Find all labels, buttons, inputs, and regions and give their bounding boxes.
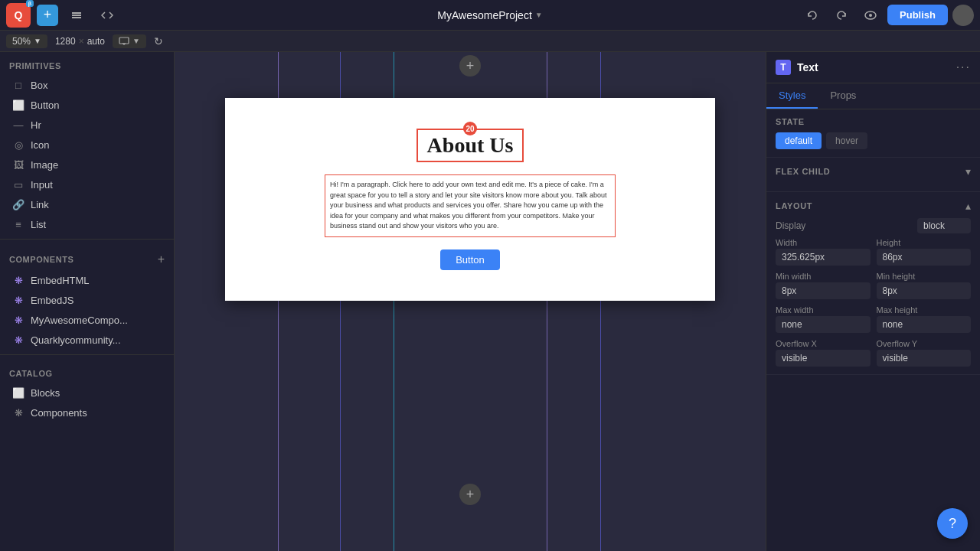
width-value[interactable]: 325.625px (776, 249, 871, 266)
display-value[interactable]: block (917, 218, 971, 233)
overflow-x-value[interactable]: visible (776, 350, 871, 367)
layers-button[interactable] (64, 3, 89, 28)
overflow-x-group: Overflow X visible (776, 339, 871, 367)
size-grid: Width 325.625px Height 86px (776, 238, 971, 266)
sidebar-item-label-image: Image (31, 159, 58, 171)
max-height-value[interactable]: none (877, 316, 972, 333)
add-element-button[interactable]: + (37, 5, 58, 26)
layout-toggle[interactable]: ▴ (965, 200, 971, 212)
topbar-toolbar: Publish (800, 3, 974, 28)
sidebar-item-blocks[interactable]: ⬜ Blocks (3, 383, 171, 403)
project-name-text: MyAwesomeProject (437, 9, 531, 21)
overflow-y-group: Overflow Y visible (877, 339, 972, 367)
min-height-group: Min height 8px (877, 272, 972, 299)
sidebar-item-label-hr: Hr (31, 119, 41, 131)
flex-child-toggle[interactable]: ▾ (965, 165, 971, 178)
button-icon: ⬜ (12, 99, 24, 111)
overflow-grid: Overflow X visible Overflow Y visible (776, 339, 971, 367)
refresh-button[interactable]: ↻ (154, 35, 163, 47)
max-width-label: Max width (776, 305, 871, 315)
list-icon: ≡ (12, 218, 24, 230)
svg-point-4 (869, 14, 872, 17)
state-default-button[interactable]: default (776, 132, 822, 149)
logo-text: Q (15, 9, 23, 21)
min-height-value[interactable]: 8px (877, 282, 972, 299)
heading-wrapper: About Us 20 (416, 129, 524, 162)
project-name[interactable]: MyAwesomeProject ▼ (437, 9, 542, 21)
overflow-y-value[interactable]: visible (877, 350, 972, 367)
add-section-bottom-button[interactable]: + (459, 484, 481, 505)
zoom-selector[interactable]: 50% ▼ (6, 34, 47, 48)
max-width-value[interactable]: none (776, 316, 871, 333)
topbar-center: MyAwesomeProject ▼ (437, 9, 542, 21)
tab-styles[interactable]: Styles (766, 83, 818, 109)
height-label: Height (877, 238, 972, 247)
sidebar-item-myawesomecomponent[interactable]: ❋ MyAwesomeCompo... (3, 310, 171, 330)
sidebar-item-button[interactable]: ⬜ Button (3, 95, 171, 115)
layout-label: LAYOUT (776, 201, 812, 210)
ruler-bar: 50% ▼ 1280 × auto ▼ ↻ (0, 31, 980, 52)
text-element-icon: T (776, 60, 791, 75)
input-icon: ▭ (12, 178, 24, 191)
canvas-section: About Us 20 Hi! I'm a paragraph. Click h… (225, 98, 715, 301)
state-hover-button[interactable]: hover (826, 132, 867, 149)
sidebar-item-quarklycommunity[interactable]: ❋ Quarklycommunity... (3, 330, 171, 350)
canvas-paragraph[interactable]: Hi! I'm a paragraph. Click here to add y… (325, 174, 616, 237)
embedhtml-icon: ❋ (12, 274, 24, 286)
add-component-button[interactable]: + (158, 253, 165, 266)
max-height-label: Max height (877, 305, 972, 315)
tab-props[interactable]: Props (818, 83, 868, 109)
state-section-header: STATE (776, 117, 971, 126)
sidebar-item-input[interactable]: ▭ Input (3, 174, 171, 194)
blocks-icon: ⬜ (12, 386, 24, 399)
more-options-button[interactable]: ··· (956, 60, 971, 74)
sidebar-item-label-link: Link (31, 199, 49, 210)
sidebar-item-box[interactable]: □ Box (3, 75, 171, 95)
sidebar-item-hr[interactable]: — Hr (3, 115, 171, 135)
add-section-top-button[interactable]: + (459, 55, 481, 77)
sidebar-item-link[interactable]: 🔗 Link (3, 194, 171, 214)
catalog-label: CATALOG (9, 369, 53, 378)
left-sidebar: PRIMITIVES □ Box ⬜ Button — Hr ◎ Icon 🖼 … (0, 52, 175, 551)
svg-rect-1 (72, 15, 81, 16)
sidebar-divider-2 (0, 354, 174, 355)
sidebar-item-label-button: Button (31, 99, 60, 111)
myawesomecomponent-icon: ❋ (12, 314, 24, 326)
max-height-group: Max height none (877, 305, 972, 333)
icon-icon: ◎ (12, 139, 24, 151)
redo-button[interactable] (829, 3, 854, 28)
image-icon: 🖼 (12, 158, 24, 171)
code-button[interactable] (95, 3, 119, 28)
sidebar-item-list[interactable]: ≡ List (3, 214, 171, 234)
height-value[interactable]: 86px (877, 249, 972, 266)
min-width-label: Min width (776, 272, 871, 281)
sidebar-item-embedhtml[interactable]: ❋ EmbedHTML (3, 270, 171, 290)
flex-child-section: FLEX CHILD ▾ (766, 158, 980, 192)
sidebar-item-label-list: List (31, 219, 46, 230)
sidebar-item-embedjs[interactable]: ❋ EmbedJS (3, 290, 171, 310)
flex-child-label: FLEX CHILD (776, 167, 830, 176)
chevron-down-icon: ▼ (132, 37, 140, 45)
support-button[interactable]: ? (937, 508, 968, 539)
sidebar-item-icon[interactable]: ◎ Icon (3, 135, 171, 155)
code-icon (101, 9, 113, 21)
preview-button[interactable] (858, 3, 883, 28)
publish-button[interactable]: Publish (887, 5, 948, 25)
min-width-value[interactable]: 8px (776, 282, 871, 299)
min-height-label: Min height (877, 272, 972, 281)
undo-button[interactable] (800, 3, 825, 28)
device-selector[interactable]: ▼ (113, 34, 146, 48)
svg-rect-0 (72, 12, 81, 14)
primitives-section-header: PRIMITIVES (0, 52, 174, 75)
canvas-page: About Us 20 Hi! I'm a paragraph. Click h… (225, 98, 715, 301)
zoom-value: 50% (12, 36, 31, 47)
canvas-button[interactable]: Button (440, 249, 500, 270)
state-buttons: default hover (776, 132, 971, 149)
sidebar-item-label-box: Box (31, 80, 47, 91)
element-type-title: Text (797, 61, 950, 73)
sidebar-item-image[interactable]: 🖼 Image (3, 155, 171, 174)
sidebar-item-label-myawesomecomponent: MyAwesomeCompo... (31, 315, 128, 326)
sidebar-item-components-cat[interactable]: ❋ Components (3, 403, 171, 422)
width-label: Width (776, 238, 871, 247)
min-size-grid: Min width 8px Min height 8px (776, 272, 971, 299)
